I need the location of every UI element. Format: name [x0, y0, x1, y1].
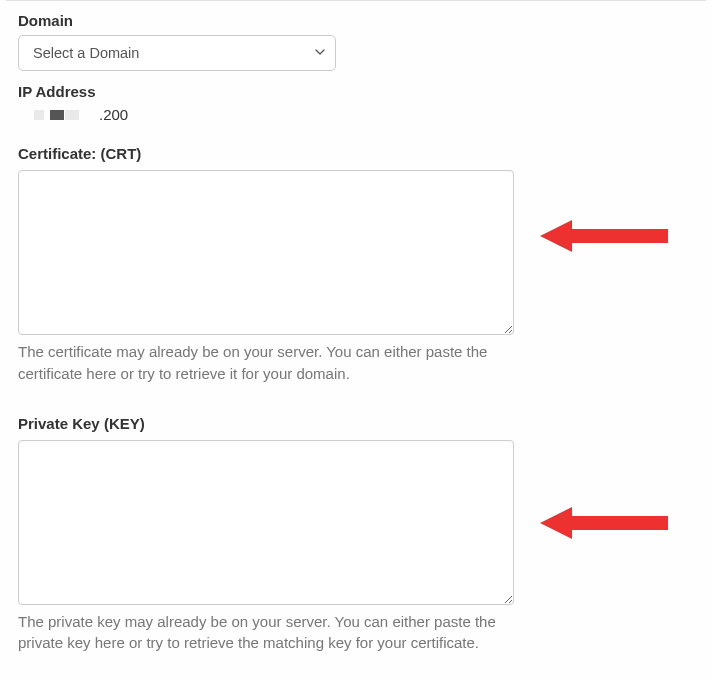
- ip-address-value-row: .200: [18, 106, 694, 123]
- ip-redacted-block: [65, 110, 79, 120]
- domain-field-group: Domain Select a Domain: [18, 12, 694, 71]
- ip-redacted-block: [34, 110, 44, 120]
- private-key-label: Private Key (KEY): [18, 415, 694, 432]
- private-key-textarea[interactable]: [18, 440, 514, 605]
- certificate-textarea[interactable]: [18, 170, 514, 335]
- ip-redacted-block: [50, 110, 64, 120]
- domain-label: Domain: [18, 12, 694, 29]
- certificate-helper-text: The certificate may already be on your s…: [18, 341, 514, 385]
- private-key-helper-text: The private key may already be on your s…: [18, 611, 514, 655]
- ip-address-label: IP Address: [18, 83, 694, 100]
- certificate-section: Certificate: (CRT) The certificate may a…: [18, 145, 694, 385]
- certificate-label: Certificate: (CRT): [18, 145, 694, 162]
- domain-select[interactable]: Select a Domain: [18, 35, 336, 71]
- top-divider: [6, 0, 706, 1]
- ip-address-suffix: .200: [99, 106, 128, 123]
- ip-field-group: IP Address .200: [18, 83, 694, 123]
- private-key-section: Private Key (KEY) The private key may al…: [18, 415, 694, 655]
- domain-select-wrap: Select a Domain: [18, 35, 336, 71]
